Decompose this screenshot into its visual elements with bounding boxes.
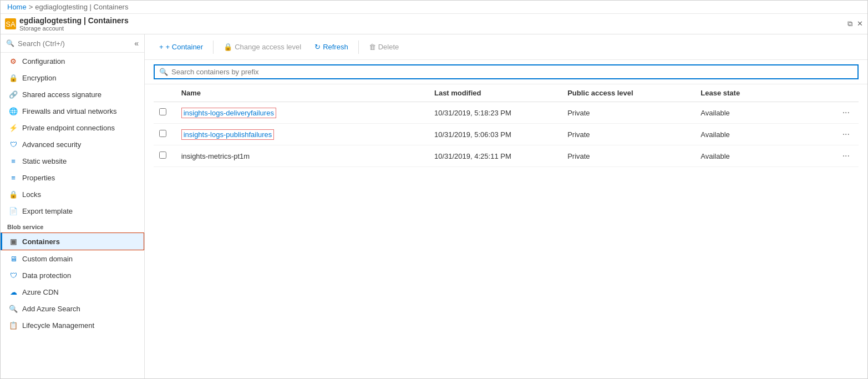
delete-button[interactable]: 🗑 Delete [363,40,405,54]
row-checkbox[interactable] [159,130,166,137]
refresh-button[interactable]: ↻ Refresh [309,40,354,54]
change-access-level-button[interactable]: 🔒 Change access level [218,40,307,54]
last-modified-cell: 10/31/2019, 4:25:11 PM [429,145,562,167]
last-modified-cell: 10/31/2019, 5:18:23 PM [429,102,562,124]
lifecycle-management-icon: 📋 [9,321,18,330]
search-input[interactable] [171,68,853,76]
firewalls-icon: 🌐 [9,107,18,115]
sidebar-search-input[interactable] [18,39,131,48]
row-checkbox[interactable] [159,151,166,159]
search-bar: 🔍 [154,64,859,79]
sidebar-item-label: Custom domain [22,255,73,263]
title-bar-left: SA egdiaglogtesting | Containers Storage… [5,16,129,32]
modified-column-header: Last modified [429,84,562,102]
toolbar: + + Container 🔒 Change access level ↻ Re… [145,34,867,60]
sidebar-item-private-endpoint[interactable]: ⚡ Private endpoint connections [1,119,144,136]
storage-account-icon: SA [5,18,16,29]
sidebar-item-custom-domain[interactable]: 🖥 Custom domain [1,250,144,267]
sidebar-item-properties[interactable]: ≡ Properties [1,169,144,186]
add-container-button[interactable]: + + Container [154,40,209,54]
name-column-header: Name [176,84,429,102]
sidebar-item-label: Encryption [22,74,56,82]
breadcrumb-home[interactable]: Home [7,3,27,11]
lease-state-cell: Available [695,124,828,145]
export-template-icon: 📄 [9,206,18,215]
sidebar-collapse-button[interactable]: « [134,39,139,48]
public-access-level-cell: Private [562,145,695,167]
toolbar-separator-1 [213,41,214,54]
azure-cdn-icon: ☁ [9,287,18,296]
search-bar-icon: 🔍 [159,68,168,76]
checkbox-header [154,84,176,102]
sidebar-item-encryption[interactable]: 🔒 Encryption [1,69,144,86]
locks-icon: 🔒 [9,190,18,199]
sidebar-item-label: Containers [22,237,60,246]
main-window: Home > egdiaglogtesting | Containers SA … [0,0,868,379]
sidebar-item-containers[interactable]: ▣ Containers [1,233,144,250]
row-actions-button[interactable]: ··· [839,128,853,140]
sidebar-item-firewalls[interactable]: 🌐 Firewalls and virtual networks [1,103,144,119]
public-access-level-cell: Private [562,124,695,145]
access-column-header: Public access level [562,84,695,102]
table-container: Name Last modified Public access level L… [145,84,867,378]
sidebar-item-static-website[interactable]: ≡ Static website [1,153,144,169]
private-endpoint-icon: ⚡ [9,123,18,132]
blob-service-section-header: Blob service [1,219,144,233]
table-row: insights-logs-publishfailures10/31/2019,… [154,124,859,145]
sidebar-item-label: Locks [22,190,41,199]
add-azure-search-icon: 🔍 [9,304,18,313]
table-row: insights-metrics-pt1m10/31/2019, 4:25:11… [154,145,859,167]
container-name: insights-metrics-pt1m [181,152,250,160]
sidebar-item-label: Lifecycle Management [22,321,94,330]
change-access-label: Change access level [235,43,301,51]
sidebar-item-data-protection[interactable]: 🛡 Data protection [1,267,144,284]
refresh-label: Refresh [323,43,348,51]
undock-button[interactable]: ⧉ [847,19,852,28]
sidebar-item-lifecycle-management[interactable]: 📋 Lifecycle Management [1,317,144,333]
breadcrumb: Home > egdiaglogtesting | Containers [1,1,867,14]
properties-icon: ≡ [9,173,18,182]
sidebar-item-azure-cdn[interactable]: ☁ Azure CDN [1,284,144,300]
last-modified-cell: 10/31/2019, 5:06:03 PM [429,124,562,145]
configuration-icon: ⚙ [9,57,18,65]
sidebar-item-label: Static website [22,157,67,165]
sidebar-item-label: Data protection [22,271,71,280]
sidebar-item-export-template[interactable]: 📄 Export template [1,203,144,219]
title-bar-text: egdiaglogtesting | Containers Storage ac… [19,16,129,32]
custom-domain-icon: 🖥 [9,254,18,263]
sidebar-item-locks[interactable]: 🔒 Locks [1,186,144,203]
main-layout: 🔍 « ⚙ Configuration 🔒 Encryption 🔗 Share… [1,34,867,378]
add-container-label: + Container [166,43,204,51]
close-button[interactable]: ✕ [857,19,863,28]
sidebar-item-label: Shared access signature [22,90,101,99]
row-actions-button[interactable]: ··· [839,150,853,162]
sidebar-item-label: Azure CDN [22,288,59,296]
shared-access-icon: 🔗 [9,90,18,99]
table-row: insights-logs-deliveryfailures10/31/2019… [154,102,859,124]
advanced-security-icon: 🛡 [9,140,18,149]
toolbar-separator-2 [358,41,359,54]
page-subtitle: Storage account [19,25,129,32]
container-name-link[interactable]: insights-logs-publishfailures [181,129,275,140]
row-checkbox[interactable] [159,108,166,115]
row-actions-button[interactable]: ··· [839,107,853,119]
breadcrumb-sep: > [29,3,33,11]
sidebar-item-configuration[interactable]: ⚙ Configuration [1,53,144,69]
static-website-icon: ≡ [9,156,18,165]
refresh-icon: ↻ [314,43,321,51]
title-bar: SA egdiaglogtesting | Containers Storage… [1,14,867,34]
delete-icon: 🗑 [369,43,376,51]
table-body: insights-logs-deliveryfailures10/31/2019… [154,102,859,167]
add-icon: + [159,43,164,51]
delete-label: Delete [378,43,399,51]
lease-column-header: Lease state [695,84,828,102]
sidebar-item-label: Firewalls and virtual networks [22,107,117,115]
sidebar-item-shared-access[interactable]: 🔗 Shared access signature [1,86,144,103]
sidebar-item-add-azure-search[interactable]: 🔍 Add Azure Search [1,300,144,317]
content-area: + + Container 🔒 Change access level ↻ Re… [145,34,867,378]
containers-table: Name Last modified Public access level L… [154,84,859,167]
sidebar: 🔍 « ⚙ Configuration 🔒 Encryption 🔗 Share… [1,34,145,378]
container-name-link[interactable]: insights-logs-deliveryfailures [181,108,276,118]
containers-icon: ▣ [9,237,18,246]
sidebar-item-advanced-security[interactable]: 🛡 Advanced security [1,136,144,153]
